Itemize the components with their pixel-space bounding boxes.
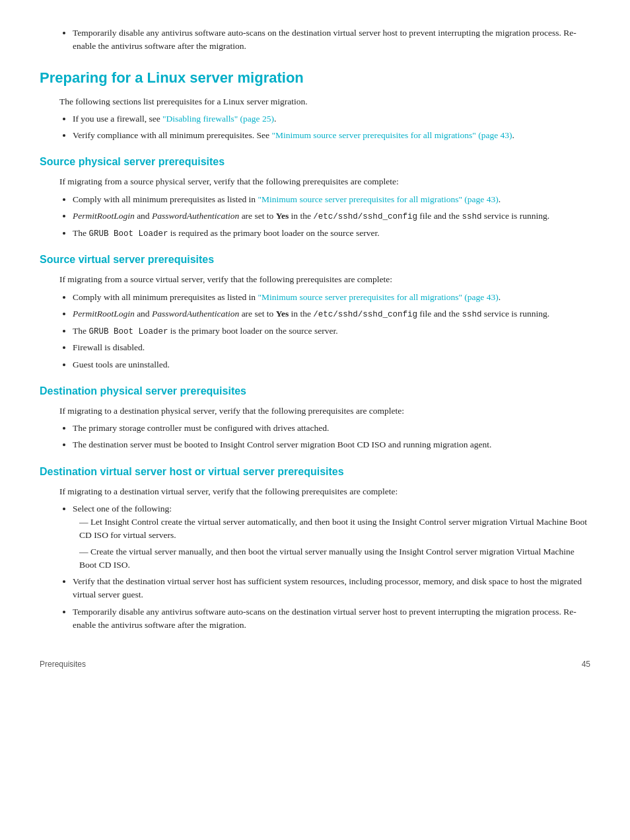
source-virtual-bullets: Comply with all minimum prerequisites as… xyxy=(73,291,590,371)
compliance-link[interactable]: "Minimum source server prerequisites for… xyxy=(271,130,512,140)
top-bullet-list: Temporarily disable any antivirus softwa… xyxy=(73,26,590,54)
yes-label-2: Yes xyxy=(276,309,289,319)
select-one-label: Select one of the following: xyxy=(73,504,172,514)
destination-physical-bullet-1: The primary storage controller must be c… xyxy=(73,422,590,435)
destination-virtual-bullets: Select one of the following: Let Insight… xyxy=(73,502,590,632)
source-virtual-bullet-4: Firewall is disabled. xyxy=(73,341,590,354)
source-virtual-intro: If migrating from a source virtual serve… xyxy=(59,273,590,286)
page-container: Temporarily disable any antivirus softwa… xyxy=(40,26,590,670)
source-virtual-title: Source virtual server prerequisites xyxy=(40,252,590,268)
main-section-title: Preparing for a Linux server migration xyxy=(40,67,590,89)
main-section-intro: The following sections list prerequisite… xyxy=(59,95,590,108)
password-auth-1: PasswordAuthentication xyxy=(152,211,239,221)
source-virtual-bullet-3: The GRUB Boot Loader is the primary boot… xyxy=(73,325,590,338)
grub-loader-1: GRUB Boot Loader xyxy=(88,229,168,239)
destination-virtual-bullet-antivirus: Temporarily disable any antivirus softwa… xyxy=(73,605,590,632)
top-bullet-item: Temporarily disable any antivirus softwa… xyxy=(73,26,590,54)
source-physical-bullet-1-prefix: Comply with all minimum prerequisites as… xyxy=(73,194,258,204)
source-physical-bullet-2: PermitRootLogin and PasswordAuthenticati… xyxy=(73,210,590,223)
select-subbullets: Let Insight Control create the virtual s… xyxy=(79,515,590,572)
source-physical-title: Source physical server prerequisites xyxy=(40,154,590,170)
source-physical-bullets: Comply with all minimum prerequisites as… xyxy=(73,193,590,241)
permit-root-login-1: PermitRootLogin xyxy=(73,211,135,221)
source-virtual-bullet-5: Guest tools are uninstalled. xyxy=(73,358,590,371)
sshd-config-path-2: /etc/sshd/sshd_config xyxy=(313,310,417,319)
source-physical-bullet-1: Comply with all minimum prerequisites as… xyxy=(73,193,590,206)
destination-virtual-bullet-verify: Verify that the destination virtual serv… xyxy=(73,575,590,602)
source-physical-link[interactable]: "Minimum source server prerequisites for… xyxy=(258,194,498,204)
main-bullet-firewall: If you use a firewall, see "Disabling fi… xyxy=(73,112,590,126)
permit-root-login-2: PermitRootLogin xyxy=(73,309,135,319)
sshd-config-path-1: /etc/sshd/sshd_config xyxy=(313,212,417,221)
subbullet-let-insight: Let Insight Control create the virtual s… xyxy=(79,515,590,543)
grub-loader-2: GRUB Boot Loader xyxy=(88,327,168,336)
sshd-service-2: sshd xyxy=(462,310,481,319)
main-bullet-compliance-text: Verify compliance with all minimum prere… xyxy=(73,130,271,140)
destination-virtual-intro: If migrating to a destination virtual se… xyxy=(59,485,590,498)
destination-virtual-title: Destination virtual server host or virtu… xyxy=(40,464,590,480)
main-bullet-compliance-suffix: . xyxy=(512,130,514,140)
password-auth-2: PasswordAuthentication xyxy=(152,309,239,319)
yes-label-1: Yes xyxy=(276,211,289,221)
main-bullet-firewall-text: If you use a firewall, see xyxy=(73,114,162,124)
footer-page-number: 45 xyxy=(582,658,590,670)
destination-physical-intro: If migrating to a destination physical s… xyxy=(59,404,590,418)
main-bullets: If you use a firewall, see "Disabling fi… xyxy=(73,112,590,143)
source-virtual-link[interactable]: "Minimum source server prerequisites for… xyxy=(258,292,498,302)
page-footer: Prerequisites 45 xyxy=(40,658,590,670)
destination-physical-bullets: The primary storage controller must be c… xyxy=(73,422,590,452)
source-virtual-bullet-2: PermitRootLogin and PasswordAuthenticati… xyxy=(73,307,590,321)
source-virtual-bullet-1: Comply with all minimum prerequisites as… xyxy=(73,291,590,304)
footer-section-label: Prerequisites xyxy=(40,658,86,670)
main-bullet-firewall-suffix: . xyxy=(274,114,276,124)
sshd-service-1: sshd xyxy=(462,212,481,221)
source-physical-bullet-3: The GRUB Boot Loader is required as the … xyxy=(73,227,590,241)
destination-virtual-bullet-select: Select one of the following: Let Insight… xyxy=(73,502,590,572)
destination-physical-title: Destination physical server prerequisite… xyxy=(40,383,590,399)
firewall-link[interactable]: "Disabling firewalls" (page 25) xyxy=(162,114,274,124)
subbullet-create-virtual: Create the virtual server manually, and … xyxy=(79,545,590,572)
source-physical-intro: If migrating from a source physical serv… xyxy=(59,175,590,188)
destination-physical-bullet-2: The destination server must be booted to… xyxy=(73,438,590,451)
main-bullet-compliance: Verify compliance with all minimum prere… xyxy=(73,129,590,142)
